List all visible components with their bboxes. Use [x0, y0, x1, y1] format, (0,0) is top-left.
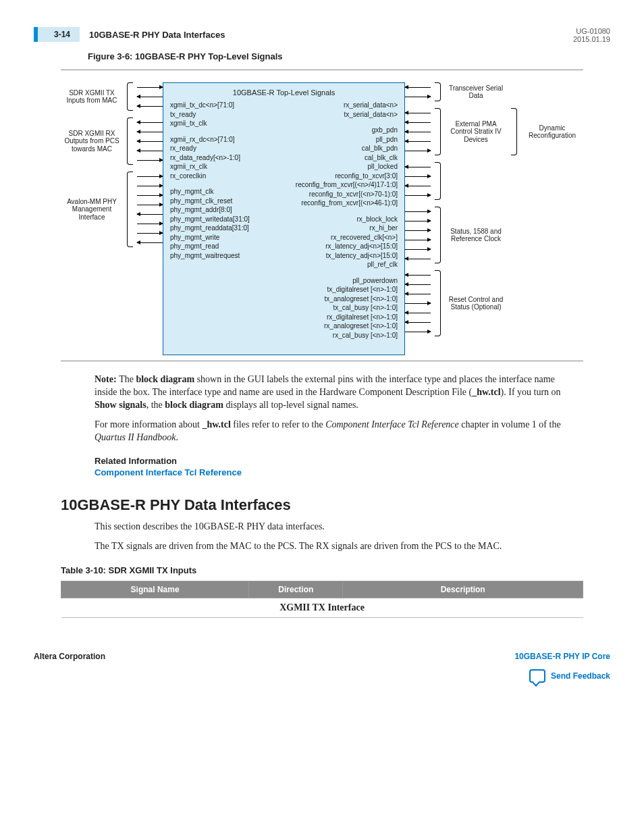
note-paragraph: Note: The block diagram shown in the GUI…: [95, 373, 563, 412]
arrow-right-icon: [405, 332, 431, 332]
feedback-icon: [529, 669, 545, 683]
arrow-left-icon: [405, 284, 431, 285]
arrow-right-icon: [137, 186, 163, 186]
group-label: SDR XGMII RX Outputs from PCS towards MA…: [61, 130, 123, 153]
arrow-left-icon: [405, 141, 431, 142]
table-header-cell: Direction: [249, 581, 343, 598]
arrow-left-icon: [137, 122, 163, 123]
signal-name: rx_cal_busy [<n>-1:0]: [296, 331, 398, 340]
group-label: Reset Control and Status (Optional): [445, 296, 507, 311]
group-label: Dynamic Reconfiguration: [521, 124, 583, 140]
arrow-right-icon: [405, 151, 431, 151]
section-p1: This section describes the 10GBASE-R PHY…: [95, 521, 563, 533]
signal-name: tx_digitalreset [<n>-1:0]: [296, 285, 398, 294]
signal-name: phy_mgmt_writedata[31:0]: [170, 215, 250, 224]
signal-name: phy_mgmt_readdata[31:0]: [170, 224, 250, 233]
feedback-label: Send Feedback: [551, 671, 610, 681]
group-label: Status, 1588 and Reference Clock: [445, 228, 507, 243]
figure-caption: Figure 3-6: 10GBASE-R PHY Top-Level Sign…: [88, 51, 610, 61]
group-label: SDR XGMII TX Inputs from MAC: [61, 89, 123, 105]
arrow-left-icon: [405, 113, 431, 113]
arrow-right-icon: [405, 211, 431, 212]
signal-name: pll_locked: [296, 162, 398, 172]
signal-name: gxb_pdn: [296, 126, 398, 135]
signal-name: pll_pdn: [296, 135, 398, 145]
signal-name: xgmii_tx_clk: [170, 119, 250, 128]
signal-name: phy_mgmt_write: [170, 233, 250, 242]
center-left-signals: xgmii_tx_dc<n>[71:0]tx_readyxgmii_tx_clk…: [170, 101, 250, 346]
body-text: Note: The block diagram shown in the GUI…: [95, 373, 563, 477]
page-header: 3-14 10GBASE-R PHY Data Interfaces UG-01…: [34, 27, 610, 43]
arrow-right-icon: [405, 240, 431, 240]
signal-name: tx_ready: [170, 110, 250, 120]
signal-name: rx_latency_adj<n>[15:0]: [296, 242, 398, 251]
arrow-left-icon: [137, 106, 163, 107]
arrow-left-icon: [405, 186, 431, 186]
diagram-title: 10GBASE-R Top-Level Signals: [170, 88, 398, 97]
arrow-left-icon: [137, 242, 163, 243]
signal-name: rx_ready: [170, 144, 250, 153]
signal-name: cal_blk_pdn: [296, 144, 398, 153]
signal-name: rx_hi_ber: [296, 224, 398, 233]
arrow-right-icon: [137, 233, 163, 234]
signal-name: reconfig_from_xcvr[(<n>/4)17-1:0]: [296, 180, 398, 190]
related-info-link[interactable]: Component Interface Tcl Reference: [95, 467, 563, 477]
arrow-left-icon: [137, 141, 163, 142]
arrow-right-icon: [137, 87, 163, 88]
arrow-left-icon: [405, 122, 431, 123]
arrow-left-icon: [405, 87, 431, 88]
signal-name: xgmii_rx_clk: [170, 162, 250, 172]
signal-name: phy_mgmt_waitrequest: [170, 251, 250, 261]
arrow-right-icon: [405, 230, 431, 231]
block-diagram: SDR XGMII TX Inputs from MACSDR XGMII RX…: [61, 82, 583, 355]
group-label: Transceiver Serial Data: [445, 84, 507, 100]
arrow-right-icon: [137, 205, 163, 205]
arrow-left-icon: [405, 294, 431, 294]
signal-name: phy_mgmt_addr[8:0]: [170, 205, 250, 215]
signal-table: Signal NameDirectionDescription XGMII TX…: [61, 581, 583, 618]
arrow-right-icon: [405, 221, 431, 221]
arrow-left-icon: [405, 167, 431, 167]
header-right: UG-01080 2015.01.19: [573, 27, 610, 43]
arrow-left-icon: [137, 132, 163, 132]
header-left: 3-14 10GBASE-R PHY Data Interfaces: [34, 27, 225, 42]
arrow-left-icon: [405, 132, 431, 132]
signal-name: reconfig_to_xcvr[(<n>70-1):0]: [296, 190, 398, 199]
arrow-right-icon: [405, 303, 431, 304]
table-section-cell: XGMII TX Interface: [61, 598, 583, 618]
table-caption: Table 3-10: SDR XGMII TX Inputs: [61, 565, 610, 575]
signal-name: phy_mgmt_clk: [170, 187, 250, 197]
signal-name: pll_powerdown: [296, 276, 398, 286]
table-section-row: XGMII TX Interface: [61, 598, 583, 618]
signal-name: cal_blk_clk: [296, 153, 398, 163]
signal-name: rx_digitalreset [<n>-1:0]: [296, 313, 398, 322]
signal-name: rx_block_lock: [296, 215, 398, 224]
group-label: External PMA Control Stratix IV Devices: [445, 120, 507, 144]
doc-date: 2015.01.19: [573, 35, 610, 43]
footer-link[interactable]: 10GBASE-R PHY IP Core: [514, 652, 610, 661]
footer-right: 10GBASE-R PHY IP Core Send Feedback: [514, 652, 610, 683]
diagram-left-column: SDR XGMII TX Inputs from MACSDR XGMII RX…: [61, 82, 163, 355]
separator: [61, 70, 583, 70]
diagram-center-box: 10GBASE-R Top-Level Signals xgmii_tx_dc<…: [163, 82, 405, 355]
related-info-heading: Related Information: [95, 456, 563, 466]
signal-name: rx_analogreset [<n>-1:0]: [296, 321, 398, 331]
page-number: 3-14: [34, 27, 80, 42]
group-label: Avalon-MM PHY Management Interface: [61, 198, 123, 221]
paragraph-2: For more information about _hw.tcl files…: [95, 419, 563, 444]
arrow-right-icon: [405, 176, 431, 177]
diagram-wrap: SDR XGMII TX Inputs from MACSDR XGMII RX…: [61, 82, 583, 355]
signal-name: phy_mgmt_read: [170, 242, 250, 251]
table-header-cell: Description: [343, 581, 583, 598]
arrow-left-icon: [137, 214, 163, 215]
doc-id: UG-01080: [573, 27, 610, 35]
arrow-left-icon: [405, 275, 431, 276]
send-feedback-link[interactable]: Send Feedback: [514, 669, 610, 683]
signal-name: tx_serial_data<n>: [296, 110, 398, 120]
signal-name: rx_data_ready[<n>-1:0]: [170, 153, 250, 163]
signal-name: tx_analogreset [<n>-1:0]: [296, 294, 398, 304]
arrow-left-icon: [405, 313, 431, 313]
table-header-cell: Signal Name: [61, 581, 249, 598]
signal-name: xgmii_rx_dc<n>[71:0]: [170, 135, 250, 145]
arrow-left-icon: [405, 322, 431, 323]
